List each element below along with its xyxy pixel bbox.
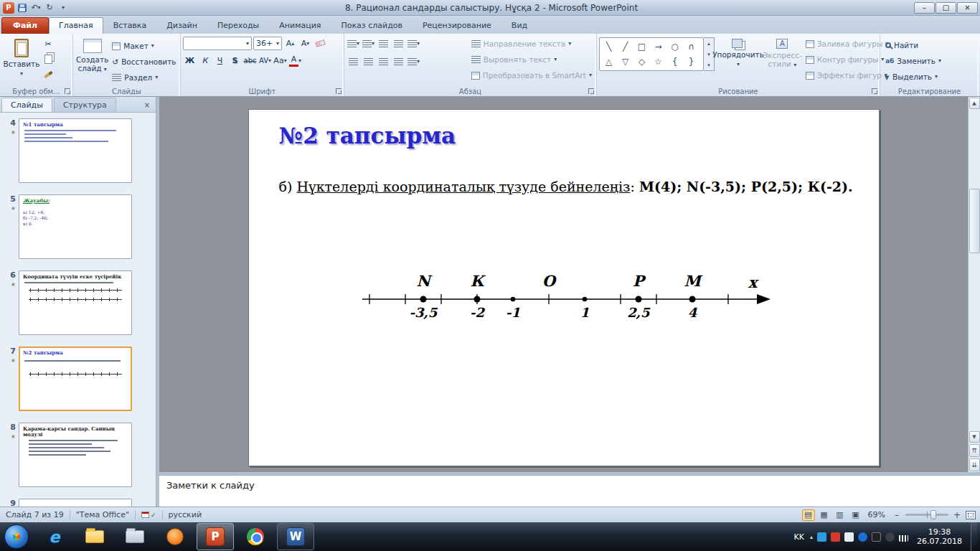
shape-effects-button[interactable]: Эффекты фигур▾ [803,68,892,83]
tab-animations[interactable]: Анимация [269,17,331,34]
replace-button[interactable]: абЗаменить▾ [882,54,977,68]
copy-button[interactable] [41,52,55,66]
previous-slide-button[interactable]: ⇈ [969,444,980,457]
taskbar-internet-explorer[interactable]: e [36,523,73,550]
taskbar-clock[interactable]: 19:38 26.07.2018 [913,527,966,546]
gallery-scroll-up-button[interactable]: ▴ [704,38,714,49]
strikethrough-button[interactable]: abc [243,54,257,67]
layout-button[interactable]: Макет▾ [109,39,179,53]
taskbar-libraries[interactable] [116,523,154,550]
slide-thumbnail-4[interactable]: №1 тапсырма [19,118,132,183]
redo-button[interactable]: ↻ [44,1,55,14]
shape-line2-icon[interactable]: ╱ [617,39,633,54]
shrink-font-button[interactable]: А▾ [298,37,312,50]
new-slide-button[interactable]: Создатьслайд ▾ [75,35,109,83]
slide-thumbnail-5[interactable]: Жауабы: а) 12; +6; б) -7,2; -46; в) 0. [19,194,132,259]
align-right-button[interactable] [377,55,390,68]
taskbar-media-player[interactable] [156,523,194,550]
zoom-slider[interactable] [905,514,948,516]
tab-slides-thumbnails[interactable]: Слайды [1,98,52,112]
next-slide-button[interactable]: ⇊ [969,458,980,471]
select-button[interactable]: Выделить▾ [882,70,977,84]
undo-button[interactable]: ↶▾ [30,1,42,14]
slide-thumbnail-6[interactable]: Координата түзуін еске түсірейік [19,270,132,335]
justify-button[interactable] [392,55,405,68]
shape-star-icon[interactable]: ☆ [650,54,666,69]
close-button[interactable]: × [957,2,978,14]
panel-splitter[interactable] [156,97,159,507]
align-left-button[interactable] [347,55,360,68]
reading-view-button[interactable]: ▥ [834,509,847,521]
tab-view[interactable]: Вид [501,17,537,34]
save-button[interactable] [17,1,28,14]
columns-button[interactable]: ▾ [407,55,420,68]
cut-button[interactable]: ✂ [41,37,55,51]
quick-styles-button[interactable]: A Экспресс-стили ▾ [762,35,803,83]
minimize-button[interactable]: – [914,2,935,14]
show-desktop-button[interactable] [971,522,977,551]
bullets-button[interactable]: ▾ [347,37,360,50]
align-text-button[interactable]: Выровнять текст▾ [468,52,595,67]
notes-pane[interactable]: Заметки к слайду [159,475,980,507]
dialog-launcher-icon[interactable] [65,88,70,94]
shapes-gallery[interactable]: ╲ ╱ □ → ○ ∩ △ ▽ ◇ ☆ { } [599,37,704,71]
shape-line-icon[interactable]: ╲ [600,39,617,54]
zoom-percentage[interactable]: 69% [865,510,888,519]
tab-insert[interactable]: Вставка [103,17,157,34]
tab-design[interactable]: Дизайн [156,17,207,34]
tab-outline[interactable]: Структура [54,98,116,112]
reset-slide-button[interactable]: ↺Восстановить [109,55,179,69]
section-button[interactable]: Раздел▾ [109,70,179,85]
taskbar-file-explorer[interactable] [76,523,113,550]
notes-splitter[interactable] [159,472,980,475]
slide-thumbnail-8[interactable]: Қарама-қарсы сандар. Санның модулі [19,423,132,487]
numberline-drawing[interactable]: N К О Р М x -3,5 -2 -1 1 2,5 4 [357,269,780,326]
font-name-combobox[interactable]: ▾ [183,37,252,50]
slide-thumbnail-9[interactable] [19,499,132,507]
slide-sorter-view-button[interactable]: ▦ [818,509,831,521]
format-painter-button[interactable] [41,67,55,81]
tab-transitions[interactable]: Переходы [207,17,269,34]
grow-font-button[interactable]: А▴ [283,37,297,50]
text-direction-button[interactable]: Направление текста▾ [468,37,595,51]
clear-formatting-button[interactable] [314,37,327,50]
numbering-button[interactable]: ▾ [362,37,375,50]
tab-slideshow[interactable]: Показ слайдов [331,17,413,34]
qat-customize-button[interactable]: ▾ [57,1,69,14]
bold-button[interactable]: Ж [183,54,197,67]
change-case-button[interactable]: Аа▾ [273,54,287,67]
italic-button[interactable]: К [198,54,212,67]
zoom-in-button[interactable]: + [951,509,963,521]
slide-body-text[interactable]: б) Нүктелерді координаталық түзуде бейне… [279,179,860,194]
underline-button[interactable]: Ч [213,54,227,67]
dialog-launcher-icon[interactable] [872,88,877,94]
tab-file[interactable]: Файл [1,17,49,34]
tab-home[interactable]: Главная [49,17,103,34]
character-spacing-button[interactable]: AV▾ [258,54,272,67]
shape-triangle-icon[interactable]: △ [600,54,617,69]
bluetooth-icon[interactable] [858,532,867,542]
font-size-combobox[interactable]: 36+▾ [253,37,282,50]
fit-slide-to-window-button[interactable] [966,511,976,519]
slide-title-text[interactable]: №2 тапсырма [279,123,456,149]
zoom-out-button[interactable]: – [891,509,903,521]
taskbar-chrome[interactable] [237,523,274,550]
dialog-launcher-icon[interactable] [588,88,594,94]
find-button[interactable]: Найти [882,38,977,52]
tray-app-icon[interactable] [817,532,826,542]
slide-thumbnail-7-selected[interactable]: №2 тапсырма [19,347,132,411]
taskbar-word[interactable]: W [277,523,314,550]
slideshow-view-button[interactable]: ▣ [849,509,862,521]
volume-icon[interactable] [844,532,854,542]
zoom-slider-thumb[interactable] [930,510,936,519]
language-indicator[interactable]: русский [163,510,208,519]
tab-review[interactable]: Рецензирование [413,17,501,34]
shape-rectangle-icon[interactable]: □ [633,39,650,54]
convert-smartart-button[interactable]: Преобразовать в SmartArt▾ [468,68,595,83]
powerpoint-app-icon[interactable]: P [3,2,14,14]
spellcheck-button[interactable]: ✓ [136,512,162,519]
shape-ellipse-icon[interactable]: ○ [666,39,683,54]
normal-view-button[interactable]: ▤ [802,509,815,521]
tray-app-icon[interactable] [885,532,895,542]
tray-app-icon[interactable] [831,532,840,542]
